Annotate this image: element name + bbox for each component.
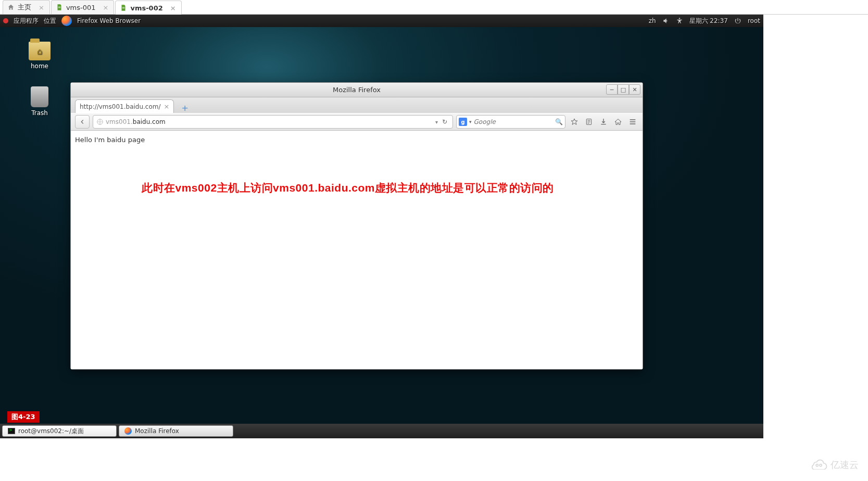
cloud-icon — [810, 458, 827, 472]
doc-tabs: 主页 × vms-001 × vms-002 × — [0, 0, 868, 15]
tab-title: http://vms001.baidu.com/ — [80, 103, 161, 110]
bookmark-star-icon[interactable] — [569, 116, 580, 128]
firefox-icon[interactable] — [61, 16, 72, 26]
close-icon[interactable]: × — [39, 4, 44, 11]
doc-tab-vms002[interactable]: vms-002 × — [115, 1, 181, 15]
desktop-icon-label: home — [19, 62, 60, 70]
maximize-button[interactable]: □ — [618, 84, 629, 95]
browser-tab[interactable]: http://vms001.baidu.com/ × — [75, 99, 174, 113]
downloads-icon[interactable] — [598, 116, 609, 128]
gnome-top-bar: 应用程序 位置 Firefox Web Browser zh 星期六 22:37… — [0, 15, 763, 27]
watermark: 亿速云 — [810, 458, 859, 472]
doc-tab-label: vms-002 — [130, 4, 162, 12]
doc-tab-home[interactable]: 主页 × — [3, 0, 50, 14]
close-button[interactable]: ✕ — [629, 84, 640, 95]
power-icon[interactable] — [734, 17, 741, 24]
desktop-icon-trash[interactable]: Trash — [19, 86, 60, 117]
accessibility-icon[interactable] — [676, 17, 683, 24]
search-bar[interactable]: g ▾ 🔍 — [456, 115, 565, 129]
gnome-taskbar: root@vms002:~/桌面 Mozilla Firefox — [0, 424, 763, 438]
doc-tab-label: vms-001 — [66, 4, 96, 11]
svg-point-4 — [820, 464, 822, 466]
url-host-dark: baidu.com — [133, 118, 166, 125]
activities-icon[interactable] — [3, 18, 8, 23]
firefox-window: Mozilla Firefox ─ □ ✕ http://vms001.baid… — [70, 82, 643, 370]
home-icon — [7, 4, 15, 11]
reload-button[interactable]: ↻ — [440, 118, 449, 125]
globe-icon — [96, 118, 104, 125]
desktop-icon-label: Trash — [19, 109, 60, 117]
watermark-text: 亿速云 — [831, 459, 859, 471]
annotation-text: 此时在vms002主机上访问vms001.baidu.com虚拟主机的地址是可以… — [142, 181, 554, 195]
url-dropdown-icon[interactable]: ▾ — [433, 119, 440, 125]
google-icon: g — [459, 118, 467, 126]
page-content: Hello I'm baidu page 此时在vms002主机上访问vms00… — [71, 131, 643, 369]
menu-button[interactable] — [627, 116, 638, 128]
doc-tab-label: 主页 — [18, 3, 31, 12]
firefox-tab-bar: http://vms001.baidu.com/ × + — [71, 97, 643, 113]
clock[interactable]: 星期六 22:37 — [689, 17, 728, 26]
folder-icon: ⌂ — [29, 42, 51, 60]
search-input[interactable] — [474, 118, 555, 125]
right-gutter — [763, 15, 868, 438]
svg-point-3 — [816, 464, 818, 466]
close-icon[interactable]: × — [170, 4, 176, 12]
url-bar[interactable]: vms001.baidu.com ▾ ↻ — [93, 115, 453, 129]
window-titlebar[interactable]: Mozilla Firefox ─ □ ✕ — [71, 83, 643, 97]
page-text: Hello I'm baidu page — [75, 136, 638, 144]
desktop-icon-home[interactable]: ⌂ home — [19, 42, 60, 70]
close-icon[interactable]: × — [103, 4, 109, 11]
search-icon[interactable]: 🔍 — [555, 118, 563, 125]
ime-indicator[interactable]: zh — [649, 17, 656, 24]
search-engine-dropdown-icon[interactable]: ▾ — [469, 119, 472, 124]
doc-tab-vms001[interactable]: vms-001 × — [51, 0, 115, 14]
taskbar-item-firefox[interactable]: Mozilla Firefox — [119, 425, 233, 437]
back-button[interactable] — [75, 115, 90, 129]
taskbar-label: Mozilla Firefox — [135, 427, 179, 435]
terminal-icon — [8, 428, 15, 434]
taskbar-label: root@vms002:~/桌面 — [18, 427, 84, 436]
screenshot-region: 应用程序 位置 Firefox Web Browser zh 星期六 22:37… — [0, 15, 763, 438]
trash-icon — [31, 86, 48, 107]
applications-menu[interactable]: 应用程序 — [14, 17, 39, 26]
places-menu[interactable]: 位置 — [44, 17, 56, 26]
firefox-icon — [124, 427, 132, 435]
home-button[interactable] — [612, 116, 624, 128]
firefox-toolbar: vms001.baidu.com ▾ ↻ g ▾ 🔍 — [71, 113, 643, 131]
new-tab-button[interactable]: + — [178, 103, 191, 113]
taskbar-item-terminal[interactable]: root@vms002:~/桌面 — [2, 425, 117, 437]
desktop[interactable]: ⌂ home Trash Mozilla Firefox ─ □ ✕ http:… — [0, 27, 763, 424]
window-title: Mozilla Firefox — [333, 86, 381, 94]
volume-icon[interactable] — [662, 17, 670, 24]
doc-icon — [56, 4, 63, 11]
doc-icon — [120, 4, 127, 11]
url-host-gray: vms001. — [106, 118, 133, 125]
tab-close-icon[interactable]: × — [164, 103, 170, 110]
bottom-band — [0, 438, 868, 481]
svg-point-0 — [678, 18, 680, 19]
user-menu[interactable]: root — [748, 17, 760, 24]
minimize-button[interactable]: ─ — [606, 84, 618, 95]
active-app-label: Firefox Web Browser — [77, 17, 141, 24]
figure-label: 图4-23 — [7, 411, 40, 423]
bookmarks-list-icon[interactable] — [583, 116, 595, 128]
